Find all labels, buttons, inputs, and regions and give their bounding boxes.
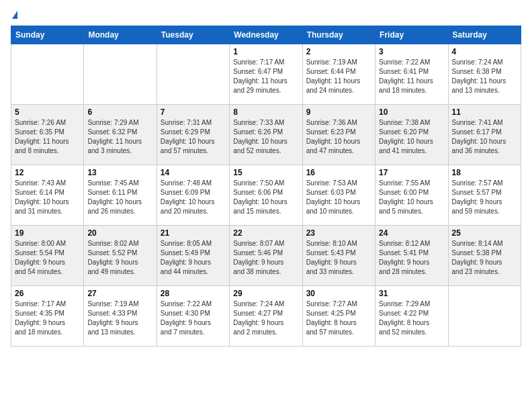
day-info: Sunrise: 7:53 AM Sunset: 6:03 PM Dayligh…	[306, 179, 371, 216]
day-number: 31	[379, 289, 444, 298]
day-info: Sunrise: 7:29 AM Sunset: 6:32 PM Dayligh…	[87, 118, 152, 156]
day-info: Sunrise: 7:36 AM Sunset: 6:23 PM Dayligh…	[306, 118, 371, 156]
calendar-day-15: 15Sunrise: 7:50 AM Sunset: 6:06 PM Dayli…	[230, 165, 302, 226]
day-info: Sunrise: 8:00 AM Sunset: 5:54 PM Dayligh…	[15, 239, 80, 277]
weekday-header-saturday: Saturday	[448, 26, 521, 44]
day-number: 15	[233, 168, 298, 177]
day-number: 20	[87, 228, 152, 238]
day-info: Sunrise: 7:55 AM Sunset: 6:00 PM Dayligh…	[379, 179, 444, 216]
day-info: Sunrise: 7:27 AM Sunset: 4:25 PM Dayligh…	[306, 300, 371, 337]
day-number: 17	[379, 168, 444, 177]
calendar-day-31: 31Sunrise: 7:29 AM Sunset: 4:22 PM Dayli…	[375, 286, 448, 347]
weekday-header-monday: Monday	[84, 26, 157, 44]
calendar-week-row: 5Sunrise: 7:26 AM Sunset: 6:35 PM Daylig…	[11, 105, 521, 165]
calendar-day-5: 5Sunrise: 7:26 AM Sunset: 6:35 PM Daylig…	[11, 105, 84, 165]
day-number: 12	[15, 168, 80, 177]
logo-triangle-icon	[12, 11, 17, 19]
day-number: 28	[161, 289, 226, 298]
calendar-week-row: 12Sunrise: 7:43 AM Sunset: 6:14 PM Dayli…	[11, 165, 521, 226]
day-number: 10	[379, 107, 444, 117]
calendar-day-23: 23Sunrise: 8:10 AM Sunset: 5:43 PM Dayli…	[302, 226, 375, 286]
day-info: Sunrise: 7:48 AM Sunset: 6:09 PM Dayligh…	[161, 179, 226, 216]
day-number: 3	[379, 47, 444, 56]
day-number: 24	[379, 228, 444, 238]
weekday-header-wednesday: Wednesday	[230, 26, 302, 44]
calendar-day-30: 30Sunrise: 7:27 AM Sunset: 4:25 PM Dayli…	[302, 286, 375, 347]
calendar-day-1: 1Sunrise: 7:17 AM Sunset: 6:47 PM Daylig…	[230, 44, 302, 105]
day-number: 4	[452, 47, 517, 56]
day-info: Sunrise: 7:17 AM Sunset: 4:35 PM Dayligh…	[15, 300, 80, 337]
calendar-empty-cell	[84, 44, 157, 105]
calendar-day-16: 16Sunrise: 7:53 AM Sunset: 6:03 PM Dayli…	[302, 165, 375, 226]
calendar-day-22: 22Sunrise: 8:07 AM Sunset: 5:46 PM Dayli…	[230, 226, 302, 286]
weekday-header-sunday: Sunday	[11, 26, 84, 44]
day-info: Sunrise: 7:19 AM Sunset: 6:44 PM Dayligh…	[306, 58, 371, 95]
day-number: 16	[306, 168, 371, 177]
day-info: Sunrise: 7:19 AM Sunset: 4:33 PM Dayligh…	[87, 300, 152, 337]
day-number: 6	[87, 107, 152, 117]
calendar-day-3: 3Sunrise: 7:22 AM Sunset: 6:41 PM Daylig…	[375, 44, 448, 105]
day-info: Sunrise: 7:24 AM Sunset: 4:27 PM Dayligh…	[233, 300, 298, 337]
day-number: 30	[306, 289, 371, 298]
day-number: 26	[15, 289, 80, 298]
calendar-day-27: 27Sunrise: 7:19 AM Sunset: 4:33 PM Dayli…	[84, 286, 157, 347]
calendar-day-17: 17Sunrise: 7:55 AM Sunset: 6:00 PM Dayli…	[375, 165, 448, 226]
day-info: Sunrise: 7:26 AM Sunset: 6:35 PM Dayligh…	[15, 118, 80, 156]
day-number: 18	[452, 168, 517, 177]
day-info: Sunrise: 7:38 AM Sunset: 6:20 PM Dayligh…	[379, 118, 444, 156]
calendar-day-18: 18Sunrise: 7:57 AM Sunset: 5:57 PM Dayli…	[448, 165, 521, 226]
calendar-day-28: 28Sunrise: 7:22 AM Sunset: 4:30 PM Dayli…	[157, 286, 229, 347]
calendar-empty-cell	[11, 44, 84, 105]
day-info: Sunrise: 7:24 AM Sunset: 6:38 PM Dayligh…	[452, 58, 517, 95]
calendar-day-19: 19Sunrise: 8:00 AM Sunset: 5:54 PM Dayli…	[11, 226, 84, 286]
day-info: Sunrise: 7:45 AM Sunset: 6:11 PM Dayligh…	[87, 179, 152, 216]
calendar-table: SundayMondayTuesdayWednesdayThursdayFrid…	[11, 26, 521, 347]
day-number: 1	[233, 47, 298, 56]
calendar-day-4: 4Sunrise: 7:24 AM Sunset: 6:38 PM Daylig…	[448, 44, 521, 105]
day-info: Sunrise: 7:31 AM Sunset: 6:29 PM Dayligh…	[161, 118, 226, 156]
day-number: 8	[233, 107, 298, 117]
day-number: 21	[161, 228, 226, 238]
day-info: Sunrise: 7:33 AM Sunset: 6:26 PM Dayligh…	[233, 118, 298, 156]
calendar-day-11: 11Sunrise: 7:41 AM Sunset: 6:17 PM Dayli…	[448, 105, 521, 165]
day-info: Sunrise: 7:50 AM Sunset: 6:06 PM Dayligh…	[233, 179, 298, 216]
day-number: 22	[233, 228, 298, 238]
weekday-header-thursday: Thursday	[302, 26, 375, 44]
day-info: Sunrise: 7:17 AM Sunset: 6:47 PM Dayligh…	[233, 58, 298, 95]
day-info: Sunrise: 8:14 AM Sunset: 5:38 PM Dayligh…	[452, 239, 517, 277]
calendar-week-row: 26Sunrise: 7:17 AM Sunset: 4:35 PM Dayli…	[11, 286, 521, 347]
calendar-day-12: 12Sunrise: 7:43 AM Sunset: 6:14 PM Dayli…	[11, 165, 84, 226]
calendar-day-6: 6Sunrise: 7:29 AM Sunset: 6:32 PM Daylig…	[84, 105, 157, 165]
day-number: 14	[161, 168, 226, 177]
calendar-day-25: 25Sunrise: 8:14 AM Sunset: 5:38 PM Dayli…	[448, 226, 521, 286]
day-info: Sunrise: 8:10 AM Sunset: 5:43 PM Dayligh…	[306, 239, 371, 277]
weekday-header-tuesday: Tuesday	[157, 26, 229, 44]
day-number: 11	[452, 107, 517, 117]
day-info: Sunrise: 8:07 AM Sunset: 5:46 PM Dayligh…	[233, 239, 298, 277]
calendar-week-row: 1Sunrise: 7:17 AM Sunset: 6:47 PM Daylig…	[11, 44, 521, 105]
calendar-day-21: 21Sunrise: 8:05 AM Sunset: 5:49 PM Dayli…	[157, 226, 229, 286]
day-number: 19	[15, 228, 80, 238]
day-number: 13	[87, 168, 152, 177]
calendar-day-13: 13Sunrise: 7:45 AM Sunset: 6:11 PM Dayli…	[84, 165, 157, 226]
calendar-day-26: 26Sunrise: 7:17 AM Sunset: 4:35 PM Dayli…	[11, 286, 84, 347]
calendar-day-8: 8Sunrise: 7:33 AM Sunset: 6:26 PM Daylig…	[230, 105, 302, 165]
day-number: 27	[87, 289, 152, 298]
day-number: 2	[306, 47, 371, 56]
day-info: Sunrise: 8:12 AM Sunset: 5:41 PM Dayligh…	[379, 239, 444, 277]
day-number: 29	[233, 289, 298, 298]
calendar-day-10: 10Sunrise: 7:38 AM Sunset: 6:20 PM Dayli…	[375, 105, 448, 165]
weekday-header-friday: Friday	[375, 26, 448, 44]
calendar-day-29: 29Sunrise: 7:24 AM Sunset: 4:27 PM Dayli…	[230, 286, 302, 347]
weekday-header-row: SundayMondayTuesdayWednesdayThursdayFrid…	[11, 26, 521, 44]
day-number: 5	[15, 107, 80, 117]
day-info: Sunrise: 8:05 AM Sunset: 5:49 PM Dayligh…	[161, 239, 226, 277]
calendar-day-24: 24Sunrise: 8:12 AM Sunset: 5:41 PM Dayli…	[375, 226, 448, 286]
day-info: Sunrise: 7:29 AM Sunset: 4:22 PM Dayligh…	[379, 300, 444, 337]
calendar-day-14: 14Sunrise: 7:48 AM Sunset: 6:09 PM Dayli…	[157, 165, 229, 226]
page-header	[11, 11, 521, 19]
calendar-day-7: 7Sunrise: 7:31 AM Sunset: 6:29 PM Daylig…	[157, 105, 229, 165]
day-info: Sunrise: 7:41 AM Sunset: 6:17 PM Dayligh…	[452, 118, 517, 156]
calendar-day-20: 20Sunrise: 8:02 AM Sunset: 5:52 PM Dayli…	[84, 226, 157, 286]
day-number: 7	[161, 107, 226, 117]
